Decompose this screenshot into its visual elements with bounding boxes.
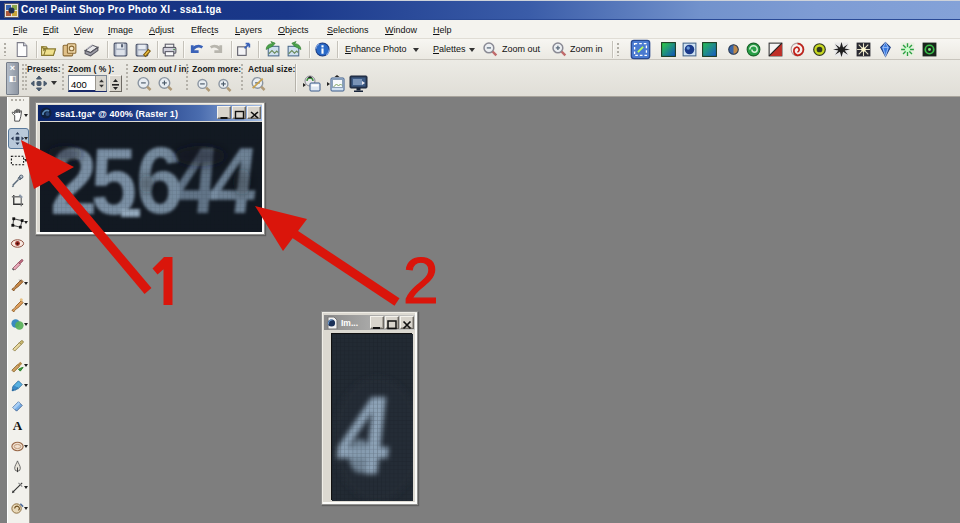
svg-text:2: 2 [403,245,439,317]
svg-text:A: A [13,418,23,433]
